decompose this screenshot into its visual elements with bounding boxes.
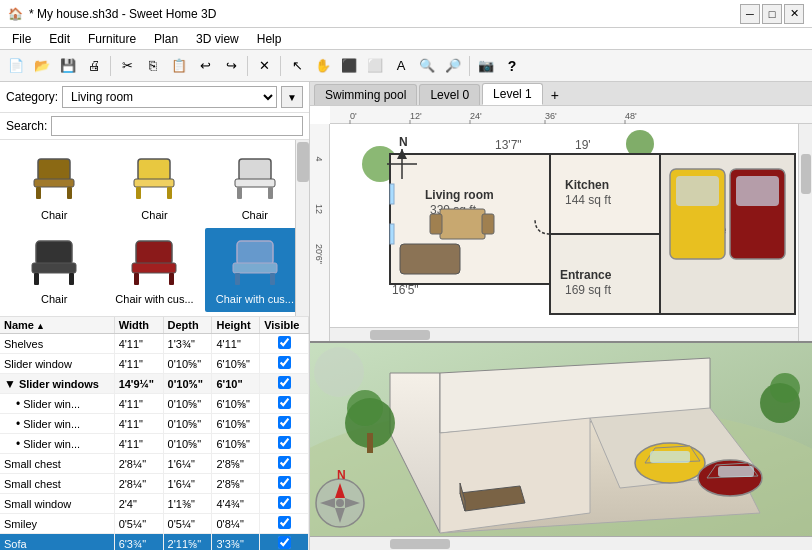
svg-rect-62 [390,224,394,244]
col-depth[interactable]: Depth [163,317,212,334]
visibility-checkbox[interactable] [278,536,291,549]
table-cell-visible[interactable] [260,494,309,514]
visibility-checkbox[interactable] [278,356,291,369]
zoom-in-button[interactable]: 🔍 [415,54,439,78]
tab-level-1[interactable]: Level 1 [482,83,543,105]
visibility-checkbox[interactable] [278,516,291,529]
search-input[interactable] [51,116,303,136]
svg-rect-15 [69,273,74,285]
table-cell-width: 4'11" [114,434,163,454]
camera-button[interactable]: 📷 [474,54,498,78]
furniture-item-chair-cus1[interactable]: Chair with cus... [104,228,204,312]
delete-button[interactable]: ✕ [252,54,276,78]
redo-button[interactable]: ↪ [219,54,243,78]
3d-scrollbar-h[interactable] [310,536,812,550]
menu-bar: File Edit Furniture Plan 3D view Help [0,28,812,50]
floor-plan[interactable]: 0' 12' 24' 36' 48' 4 12 2 [310,106,812,341]
table-row[interactable]: Smiley 0'5¼" 0'5¼" 0'8¼" [0,514,309,534]
furniture-item-chair2[interactable]: Chair [104,144,204,228]
help-button[interactable]: ? [500,54,524,78]
visibility-checkbox[interactable] [278,416,291,429]
close-button[interactable]: ✕ [784,4,804,24]
table-row[interactable]: •Slider win... 4'11" 0'10⅝" 6'10⅝" [0,414,309,434]
table-cell-depth: 0'10⅝" [163,354,212,374]
table-cell-visible[interactable] [260,354,309,374]
minimize-button[interactable]: ─ [740,4,760,24]
category-select[interactable]: Living room Bedroom Kitchen Bathroom [62,86,277,108]
visibility-checkbox[interactable] [278,436,291,449]
col-height[interactable]: Height [212,317,260,334]
navigation-compass[interactable] [314,347,364,397]
table-row[interactable]: Sofa 6'3¾" 2'11⅝" 3'3⅜" [0,534,309,551]
menu-3dview[interactable]: 3D view [188,30,247,48]
table-row[interactable]: ▼Slider windows 14'9¼" 0'10⅝" 6'10" [0,374,309,394]
zoom-out-button[interactable]: 🔎 [441,54,465,78]
furniture-item-chair-cus2[interactable]: Chair with cus... [205,228,305,312]
plan-scrollbar-h[interactable] [330,327,798,341]
col-name[interactable]: Name▲ [0,317,114,334]
menu-help[interactable]: Help [249,30,290,48]
menu-file[interactable]: File [4,30,39,48]
visibility-checkbox[interactable] [278,476,291,489]
cut-button[interactable]: ✂ [115,54,139,78]
furniture-label: Chair [242,209,268,221]
furniture-icon [26,151,82,207]
furniture-item-chair4[interactable]: Chair [4,228,104,312]
select-tool[interactable]: ↖ [285,54,309,78]
category-expand-button[interactable]: ▼ [281,86,303,108]
tab-swimming-pool[interactable]: Swimming pool [314,84,417,105]
table-row[interactable]: Small chest 2'8¼" 1'6¼" 2'8⅝" [0,474,309,494]
paste-button[interactable]: 📋 [167,54,191,78]
col-visible[interactable]: Visible [260,317,309,334]
menu-furniture[interactable]: Furniture [80,30,144,48]
table-cell-height: 4'4¾" [212,494,260,514]
table-cell-visible[interactable] [260,474,309,494]
svg-rect-50 [400,244,460,274]
table-cell-visible[interactable] [260,374,309,394]
table-cell-visible[interactable] [260,454,309,474]
table-row[interactable]: Shelves 4'11" 1'3¾" 4'11" [0,334,309,354]
visibility-checkbox[interactable] [278,396,291,409]
table-row[interactable]: •Slider win... 4'11" 0'10⅝" 6'10⅝" [0,394,309,414]
furniture-item-chair1[interactable]: Chair [4,144,104,228]
new-button[interactable]: 📄 [4,54,28,78]
create-wall[interactable]: ⬛ [337,54,361,78]
table-cell-visible[interactable] [260,414,309,434]
table-cell-depth: 1'6¼" [163,474,212,494]
tab-level-0[interactable]: Level 0 [419,84,480,105]
menu-edit[interactable]: Edit [41,30,78,48]
table-cell-visible[interactable] [260,394,309,414]
table-cell-visible[interactable] [260,434,309,454]
visibility-checkbox[interactable] [278,376,291,389]
undo-button[interactable]: ↩ [193,54,217,78]
maximize-button[interactable]: □ [762,4,782,24]
table-row[interactable]: Small window 2'4" 1'1⅜" 4'4¾" [0,494,309,514]
open-button[interactable]: 📂 [30,54,54,78]
furniture-item-chair3[interactable]: Chair [205,144,305,228]
save-button[interactable]: 💾 [56,54,80,78]
table-cell-height: 4'11" [212,334,260,354]
furniture-grid-scrollbar[interactable] [295,140,309,316]
table-cell-visible[interactable] [260,334,309,354]
copy-button[interactable]: ⎘ [141,54,165,78]
table-row[interactable]: Small chest 2'8¼" 1'6¼" 2'8⅝" [0,454,309,474]
col-width[interactable]: Width [114,317,163,334]
table-row[interactable]: Slider window 4'11" 0'10⅝" 6'10⅝" [0,354,309,374]
create-label[interactable]: A [389,54,413,78]
table-row[interactable]: •Slider win... 4'11" 0'10⅝" 6'10⅝" [0,434,309,454]
table-cell-visible[interactable] [260,534,309,551]
visibility-checkbox[interactable] [278,336,291,349]
create-room[interactable]: ⬜ [363,54,387,78]
table-cell-name: •Slider win... [0,434,114,454]
plan-scrollbar-v[interactable] [798,124,812,341]
add-tab-button[interactable]: + [545,85,565,105]
visibility-checkbox[interactable] [278,496,291,509]
plan-area[interactable]: Living room 339 sq ft Kitchen 144 sq ft … [330,124,812,341]
svg-point-92 [336,499,344,507]
pan-tool[interactable]: ✋ [311,54,335,78]
menu-plan[interactable]: Plan [146,30,186,48]
print-button[interactable]: 🖨 [82,54,106,78]
table-cell-name: Smiley [0,514,114,534]
table-cell-visible[interactable] [260,514,309,534]
visibility-checkbox[interactable] [278,456,291,469]
